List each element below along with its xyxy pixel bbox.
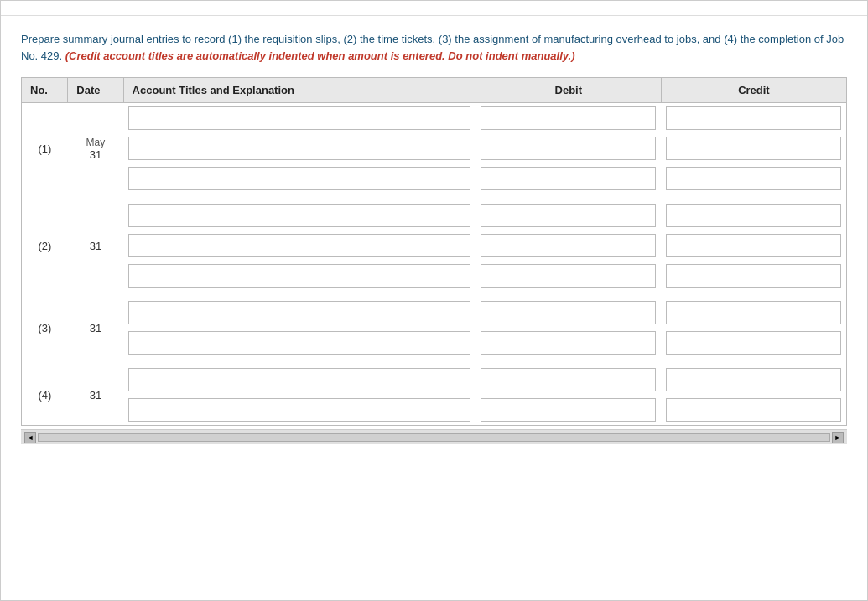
entry-2-debit-2 xyxy=(476,231,661,261)
table-row xyxy=(22,261,847,291)
entry-3-debit-2 xyxy=(476,328,661,358)
spacer-row xyxy=(22,358,847,365)
header-date: Date xyxy=(68,78,123,103)
entry-2-account-1 xyxy=(123,200,476,231)
table-row xyxy=(22,328,847,358)
entry-1-credit-input-3[interactable] xyxy=(666,167,841,190)
table-row xyxy=(22,231,847,261)
entry-3-credit-2 xyxy=(661,328,846,358)
entry-1-account-input-2[interactable] xyxy=(128,137,470,160)
entry-2-debit-input-2[interactable] xyxy=(481,234,656,257)
content-area: Prepare summary journal entries to recor… xyxy=(1,16,867,453)
table-row: (3) 31 xyxy=(22,298,847,328)
entry-2-account-3 xyxy=(123,261,476,291)
entry-1-credit-input-2[interactable] xyxy=(666,137,841,160)
entry-4-credit-input-1[interactable] xyxy=(666,368,841,391)
entry-4-debit-2 xyxy=(476,395,661,426)
entry-4-day: 31 xyxy=(73,389,118,402)
entry-4-no: (4) xyxy=(22,365,68,426)
horizontal-scrollbar[interactable]: ◄ ► xyxy=(21,429,847,444)
entry-2-credit-2 xyxy=(661,231,846,261)
entry-1-debit-3 xyxy=(476,163,661,194)
table-header-row: No. Date Account Titles and Explanation … xyxy=(22,78,847,103)
entry-3-credit-input-2[interactable] xyxy=(666,331,841,355)
entry-2-debit-input-3[interactable] xyxy=(481,264,656,288)
entry-3-account-1 xyxy=(123,298,476,328)
header-credit: Credit xyxy=(661,78,846,103)
entry-3-debit-1 xyxy=(476,298,661,328)
entry-4-date: 31 xyxy=(68,365,123,426)
entry-2-account-input-1[interactable] xyxy=(128,204,470,227)
scroll-left-arrow[interactable]: ◄ xyxy=(24,432,36,443)
entry-2-credit-input-3[interactable] xyxy=(666,264,841,288)
header-debit: Debit xyxy=(476,78,661,103)
table-row: (1) May 31 xyxy=(22,103,847,134)
top-bar xyxy=(1,1,867,16)
entry-2-no: (2) xyxy=(22,200,68,291)
entry-1-day: 31 xyxy=(73,148,118,161)
entry-1-account-2 xyxy=(123,133,476,163)
table-row: (2) 31 xyxy=(22,200,847,231)
entry-1-debit-input-1[interactable] xyxy=(481,106,656,130)
entry-2-debit-input-1[interactable] xyxy=(481,204,656,227)
entry-2-day: 31 xyxy=(73,240,118,252)
table-row xyxy=(22,395,847,426)
entry-2-account-2 xyxy=(123,231,476,261)
scroll-right-arrow[interactable]: ► xyxy=(832,432,844,443)
entry-4-account-input-2[interactable] xyxy=(128,398,470,422)
entry-1-account-input-3[interactable] xyxy=(128,167,470,190)
entry-2-account-input-3[interactable] xyxy=(128,264,470,288)
entry-3-account-input-1[interactable] xyxy=(128,301,470,324)
entry-3-debit-input-2[interactable] xyxy=(481,331,656,355)
instruction-italic: (Credit account titles are automatically… xyxy=(65,49,575,62)
entry-2-credit-input-2[interactable] xyxy=(666,234,841,257)
entry-4-debit-input-2[interactable] xyxy=(481,398,656,422)
header-account: Account Titles and Explanation xyxy=(123,78,476,103)
spacer-row xyxy=(22,291,847,298)
entry-1-date: May 31 xyxy=(68,103,123,194)
entry-3-debit-input-1[interactable] xyxy=(481,301,656,324)
instruction-text: Prepare summary journal entries to recor… xyxy=(21,31,847,64)
entry-4-credit-input-2[interactable] xyxy=(666,398,841,422)
entry-1-debit-2 xyxy=(476,133,661,163)
entry-4-debit-input-1[interactable] xyxy=(481,368,656,391)
entry-3-account-input-2[interactable] xyxy=(128,331,470,355)
entry-3-day: 31 xyxy=(73,322,118,334)
entry-3-credit-input-1[interactable] xyxy=(666,301,841,324)
page-container: Prepare summary journal entries to recor… xyxy=(0,0,868,601)
journal-table: No. Date Account Titles and Explanation … xyxy=(21,77,847,426)
entry-1-account-input-1[interactable] xyxy=(128,106,470,130)
entry-3-account-2 xyxy=(123,328,476,358)
entry-1-no: (1) xyxy=(22,103,68,194)
entry-1-debit-input-2[interactable] xyxy=(481,137,656,160)
entry-3-credit-1 xyxy=(661,298,846,328)
entry-4-credit-1 xyxy=(661,365,846,395)
entry-4-debit-1 xyxy=(476,365,661,395)
entry-1-account-1 xyxy=(123,103,476,134)
header-no: No. xyxy=(22,78,68,103)
entry-2-date: 31 xyxy=(68,200,123,291)
entry-4-account-1 xyxy=(123,365,476,395)
table-row xyxy=(22,163,847,194)
entry-4-account-input-1[interactable] xyxy=(128,368,470,391)
entry-1-account-3 xyxy=(123,163,476,194)
entry-2-credit-3 xyxy=(661,261,846,291)
entry-2-account-input-2[interactable] xyxy=(128,234,470,257)
entry-2-credit-1 xyxy=(661,200,846,231)
entry-1-month: May xyxy=(73,137,118,148)
entry-1-credit-1 xyxy=(661,103,846,134)
entry-1-credit-input-1[interactable] xyxy=(666,106,841,130)
scroll-track[interactable] xyxy=(38,433,830,442)
entry-3-no: (3) xyxy=(22,298,68,358)
entry-1-credit-2 xyxy=(661,133,846,163)
entry-4-credit-2 xyxy=(661,395,846,426)
entry-2-debit-3 xyxy=(476,261,661,291)
entry-2-debit-1 xyxy=(476,200,661,231)
spacer-row xyxy=(22,194,847,200)
entry-2-credit-input-1[interactable] xyxy=(666,204,841,227)
entry-1-credit-3 xyxy=(661,163,846,194)
entry-1-debit-1 xyxy=(476,103,661,134)
entry-1-debit-input-3[interactable] xyxy=(481,167,656,190)
table-row: (4) 31 xyxy=(22,365,847,395)
table-row xyxy=(22,133,847,163)
